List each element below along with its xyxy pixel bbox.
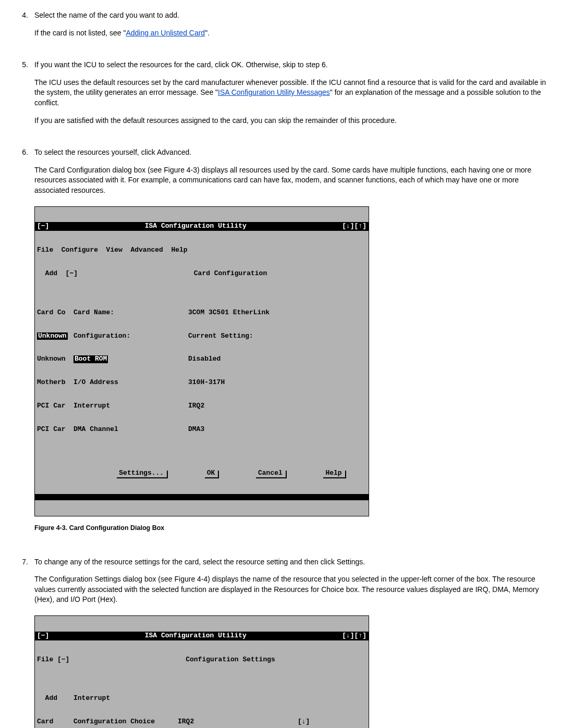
link-isa-config-messages[interactable]: ISA Configuration Utility Messages — [218, 88, 330, 96]
step-6-para2: The Card Configuration dialog box (see F… — [34, 165, 553, 196]
step-6-text: To select the resources yourself, click … — [34, 147, 553, 158]
step-7-number: 7. — [10, 557, 34, 728]
step-7-para2: The Configuration Settings dialog box (s… — [34, 574, 553, 605]
sidebar-item: Card — [37, 718, 74, 726]
step-5-number: 5. — [10, 60, 34, 133]
sub-window-control: Add [−] — [37, 270, 94, 278]
step-6-number: 6. — [10, 147, 34, 542]
step-7-text: To change any of the resource settings f… — [34, 557, 553, 567]
value-interrupt: IRQ2 — [188, 402, 366, 410]
dialog-title: Card Configuration — [94, 270, 366, 278]
sidebar-item: PCI Car — [37, 426, 74, 434]
value-card-name: 3COM 3C501 EtherLink — [188, 309, 366, 317]
ok-button[interactable]: OK — [204, 470, 218, 477]
step-5-para2: The ICU uses the default resources set b… — [34, 78, 553, 108]
scroll-icons: [↓][↑] — [342, 632, 366, 640]
window-title: ISA Configuration Utility — [49, 632, 342, 640]
step-4-note: If the card is not listed, see "Adding a… — [34, 28, 553, 39]
sidebar-item: Card Co — [37, 309, 74, 317]
step-4-text: Select the name of the card you want to … — [34, 10, 553, 21]
label-configuration: Configuration: — [74, 332, 188, 340]
cancel-button[interactable]: Cancel — [255, 470, 286, 477]
help-button[interactable]: Help — [322, 470, 345, 477]
dropdown-icon[interactable]: [↓] — [298, 718, 310, 726]
value-io-address: 310H-317H — [188, 379, 366, 387]
sidebar-item-selected: Unknown — [37, 332, 68, 340]
config-io-address[interactable]: I/O Address — [74, 379, 188, 387]
scroll-icons: [↓][↑] — [342, 223, 366, 230]
figure-4-3-screenshot: [−] ISA Configuration Utility [↓][↑] Fil… — [34, 206, 369, 517]
label-config-choice: Configuration Choice — [74, 718, 178, 726]
value-config-choice[interactable]: IRQ2 — [178, 718, 298, 726]
figure-4-4-screenshot: [−] ISA Configuration Utility [↓][↑] Fil… — [34, 615, 369, 728]
value-boot-rom: Disabled — [188, 355, 366, 363]
config-boot-rom-selected[interactable]: Boot ROM — [74, 355, 108, 363]
label-current-setting: Current Setting: — [188, 332, 366, 340]
window-control-icon: [−] — [37, 632, 49, 640]
dialog-title: Configuration Settings — [94, 656, 366, 664]
sidebar-item: Unknown — [37, 355, 74, 363]
window-title: ISA Configuration Utility — [49, 223, 342, 230]
step-5-para3: If you are satisfied with the default re… — [34, 116, 553, 126]
settings-button[interactable]: Settings... — [116, 470, 167, 477]
menu-bar[interactable]: File [−] — [37, 656, 94, 664]
config-dma[interactable]: DMA Channel — [74, 426, 188, 434]
label-interrupt: Interrupt — [74, 695, 110, 702]
status-bar — [35, 494, 369, 500]
sidebar-item: Motherb — [37, 379, 74, 387]
label-card-name: Card Name: — [74, 309, 188, 317]
link-adding-unlisted-card[interactable]: Adding an Unlisted Card — [126, 29, 205, 37]
step-4-number: 4. — [10, 10, 34, 45]
step-5-text: If you want the ICU to select the resour… — [34, 60, 553, 70]
sidebar-item: PCI Car — [37, 402, 74, 410]
menu-bar[interactable]: File Configure View Advanced Help — [35, 246, 369, 254]
figure-4-3-caption: Figure 4-3. Card Configuration Dialog Bo… — [34, 524, 553, 533]
config-interrupt[interactable]: Interrupt — [74, 402, 188, 410]
sidebar-item: Add — [37, 695, 74, 702]
window-control-icon: [−] — [37, 223, 49, 230]
value-dma: DMA3 — [188, 426, 366, 434]
